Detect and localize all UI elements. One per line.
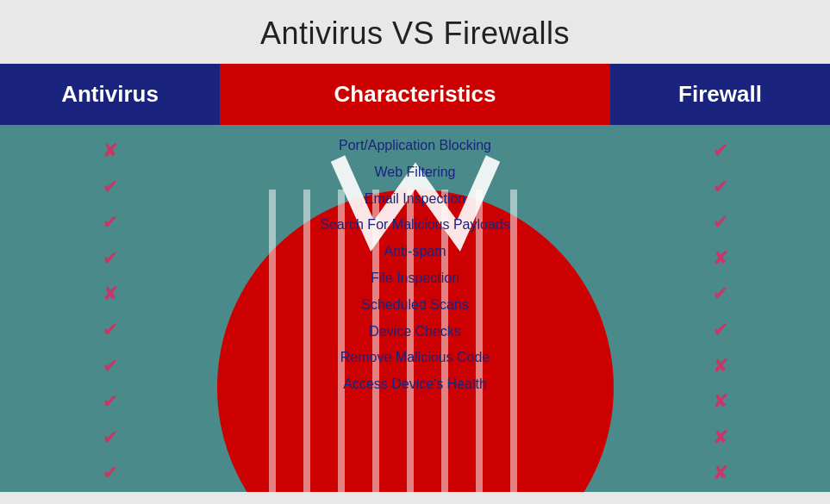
- characteristic-item: Search For Malicious Payloads: [320, 213, 510, 238]
- cross-icon: ✘: [713, 456, 728, 490]
- characteristic-item: Device Checks: [369, 320, 461, 345]
- page-title: Antivirus VS Firewalls: [260, 16, 570, 51]
- header-row: Antivirus Characteristics Firewall: [0, 64, 830, 125]
- check-icon: ✔: [103, 349, 118, 383]
- characteristic-item: Web Filtering: [375, 160, 456, 185]
- cross-icon: ✘: [103, 134, 118, 168]
- check-icon: ✔: [713, 134, 728, 168]
- check-mark: ✔: [103, 420, 118, 455]
- check-mark: ✔: [103, 241, 118, 276]
- cross-mark: ✘: [713, 420, 728, 455]
- content-area: ✘✔✔✔✘✔✔✔✔✔ Port/Application BlockingWeb …: [0, 125, 830, 492]
- check-mark: ✔: [713, 134, 728, 168]
- check-mark: ✔: [103, 456, 118, 490]
- check-icon: ✔: [103, 384, 118, 419]
- check-icon: ✔: [103, 170, 118, 204]
- characteristic-item: File Inspection: [371, 266, 459, 291]
- cross-mark: ✘: [713, 384, 728, 419]
- check-mark: ✔: [103, 349, 118, 383]
- page: Antivirus VS Firewalls Antivirus Charact…: [0, 0, 830, 504]
- check-mark: ✔: [713, 313, 728, 347]
- check-icon: ✔: [103, 205, 118, 240]
- check-icon: ✔: [103, 456, 118, 490]
- check-mark: ✔: [103, 205, 118, 240]
- check-icon: ✔: [713, 277, 728, 311]
- cross-icon: ✘: [713, 384, 728, 419]
- check-icon: ✔: [103, 313, 118, 347]
- check-mark: ✔: [103, 313, 118, 347]
- cross-icon: ✘: [713, 349, 728, 383]
- cross-mark: ✘: [103, 134, 118, 168]
- check-mark: ✔: [713, 205, 728, 240]
- check-icon: ✔: [713, 205, 728, 240]
- characteristic-item: Port/Application Blocking: [339, 134, 491, 159]
- characteristic-item: Access Device's Health: [343, 372, 487, 397]
- check-icon: ✔: [713, 313, 728, 347]
- check-mark: ✔: [713, 277, 728, 311]
- header-firewall: Firewall: [610, 64, 830, 125]
- characteristic-item: Scheduled Scans: [361, 293, 469, 318]
- check-icon: ✔: [103, 420, 118, 455]
- firewall-column: ✔✔✔✘✔✔✘✘✘✘: [610, 125, 830, 492]
- title-area: Antivirus VS Firewalls: [0, 0, 830, 64]
- characteristic-item: Email Inspection: [365, 187, 465, 212]
- check-mark: ✔: [713, 170, 728, 204]
- cross-icon: ✘: [103, 277, 118, 311]
- check-mark: ✔: [103, 384, 118, 419]
- check-mark: ✔: [103, 170, 118, 204]
- cross-icon: ✘: [713, 420, 728, 455]
- cross-icon: ✘: [713, 241, 728, 276]
- check-icon: ✔: [103, 241, 118, 276]
- header-antivirus: Antivirus: [0, 64, 220, 125]
- cross-mark: ✘: [713, 456, 728, 490]
- check-icon: ✔: [713, 170, 728, 204]
- characteristic-item: Remove Malicious Code: [340, 345, 490, 370]
- characteristics-column: Port/Application BlockingWeb FilteringEm…: [220, 125, 610, 492]
- characteristic-item: Anti-spam: [384, 240, 446, 264]
- cross-mark: ✘: [103, 277, 118, 311]
- cross-mark: ✘: [713, 241, 728, 276]
- header-characteristics: Characteristics: [220, 64, 610, 125]
- antivirus-column: ✘✔✔✔✘✔✔✔✔✔: [0, 125, 220, 492]
- cross-mark: ✘: [713, 349, 728, 383]
